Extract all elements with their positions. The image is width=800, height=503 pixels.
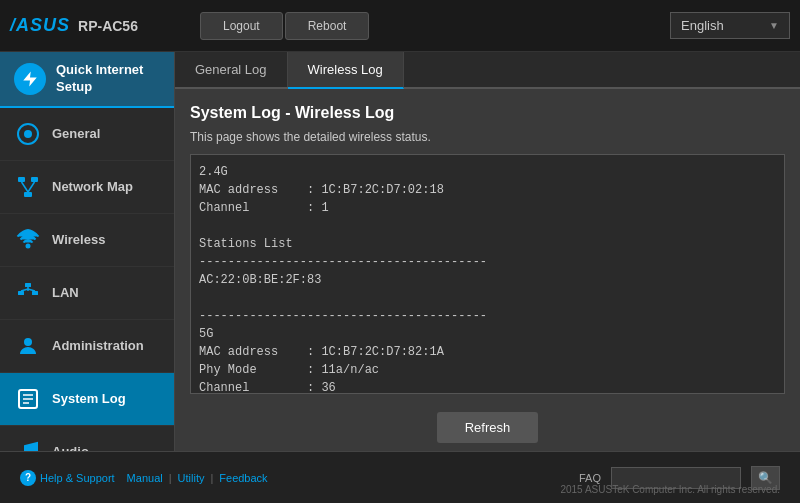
network-map-icon: [14, 173, 42, 201]
header-buttons: Logout Reboot: [200, 12, 369, 40]
log-title: System Log - Wireless Log: [190, 104, 785, 122]
sidebar-item-general[interactable]: General: [0, 108, 174, 161]
copyright-text: 2015 ASUSTeK Computer Inc. All rights re…: [560, 484, 780, 495]
sidebar-label-lan: LAN: [52, 285, 79, 300]
sidebar-item-network-map[interactable]: Network Map: [0, 161, 174, 214]
sidebar-label-administration: Administration: [52, 338, 144, 353]
svg-point-1: [24, 130, 32, 138]
svg-line-12: [21, 289, 28, 291]
svg-point-7: [27, 244, 30, 247]
svg-rect-10: [32, 291, 38, 295]
svg-line-5: [22, 182, 29, 192]
sidebar: Quick Internet Setup General Network Map…: [0, 52, 175, 451]
refresh-btn-area: Refresh: [175, 404, 800, 451]
reboot-button[interactable]: Reboot: [285, 12, 370, 40]
sidebar-label-wireless: Wireless: [52, 232, 105, 247]
svg-rect-4: [24, 192, 32, 197]
svg-line-13: [28, 289, 35, 291]
help-support-link[interactable]: Help & Support: [40, 472, 115, 484]
svg-rect-9: [18, 291, 24, 295]
logout-button[interactable]: Logout: [200, 12, 283, 40]
svg-rect-8: [25, 283, 31, 287]
model-name: RP-AC56: [78, 18, 138, 34]
tabs-bar: General Log Wireless Log: [175, 52, 800, 89]
log-content-wrapper: [190, 154, 785, 394]
sidebar-label-general: General: [52, 126, 100, 141]
help-icon: ?: [20, 470, 36, 486]
footer: ? Help & Support Manual | Utility | Feed…: [0, 451, 800, 503]
sidebar-item-wireless[interactable]: Wireless: [0, 214, 174, 267]
sidebar-label-network-map: Network Map: [52, 179, 133, 194]
system-log-icon: [14, 385, 42, 413]
language-selector[interactable]: English ▼: [670, 12, 790, 39]
svg-line-6: [28, 182, 35, 192]
tab-wireless-log[interactable]: Wireless Log: [288, 52, 404, 89]
general-icon: [14, 120, 42, 148]
svg-rect-2: [18, 177, 25, 182]
faq-label: FAQ: [579, 472, 601, 484]
lan-icon: [14, 279, 42, 307]
sidebar-item-lan[interactable]: LAN: [0, 267, 174, 320]
log-container: System Log - Wireless Log This page show…: [175, 89, 800, 404]
header: /ASUS RP-AC56 Logout Reboot English ▼: [0, 0, 800, 52]
logo-area: /ASUS RP-AC56: [10, 15, 170, 36]
sidebar-item-system-log[interactable]: System Log: [0, 373, 174, 426]
sidebar-item-administration[interactable]: Administration: [0, 320, 174, 373]
administration-icon: [14, 332, 42, 360]
quick-setup-label: Quick Internet Setup: [56, 62, 160, 96]
svg-point-14: [24, 338, 32, 346]
sidebar-label-system-log: System Log: [52, 391, 126, 406]
main-layout: Quick Internet Setup General Network Map…: [0, 52, 800, 451]
content-area: General Log Wireless Log System Log - Wi…: [175, 52, 800, 451]
quick-setup-icon: [14, 63, 46, 95]
svg-rect-3: [31, 177, 38, 182]
utility-link[interactable]: Utility: [178, 472, 205, 484]
sidebar-item-quick-setup[interactable]: Quick Internet Setup: [0, 52, 174, 108]
tab-general-log[interactable]: General Log: [175, 52, 288, 87]
log-textarea[interactable]: [191, 155, 784, 393]
header-right: English ▼: [670, 12, 790, 39]
manual-link[interactable]: Manual: [127, 472, 163, 484]
feedback-link[interactable]: Feedback: [219, 472, 267, 484]
refresh-button[interactable]: Refresh: [437, 412, 539, 443]
wireless-icon: [14, 226, 42, 254]
asus-logo: /ASUS: [10, 15, 70, 36]
chevron-down-icon: ▼: [769, 20, 779, 31]
log-description: This page shows the detailed wireless st…: [190, 130, 785, 144]
footer-left: ? Help & Support Manual | Utility | Feed…: [20, 470, 268, 486]
